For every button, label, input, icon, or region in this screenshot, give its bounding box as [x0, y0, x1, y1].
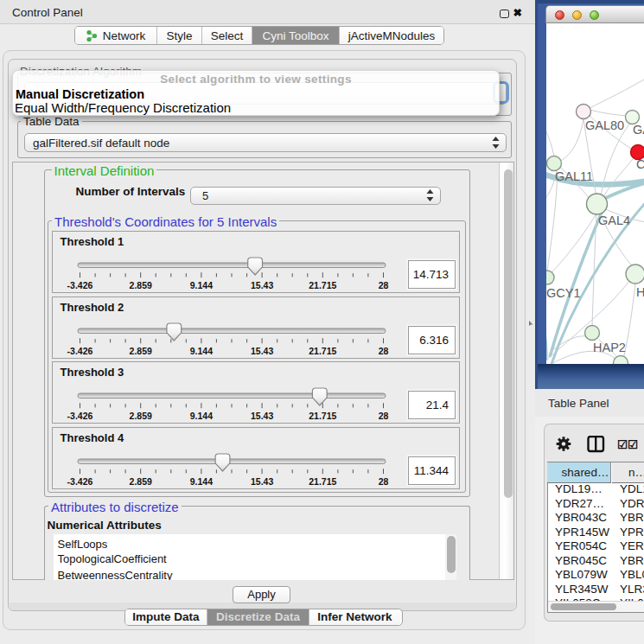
svg-text:21.715: 21.715 — [309, 411, 336, 421]
svg-text:2.859: 2.859 — [130, 280, 152, 290]
svg-text:15.43: 15.43 — [251, 411, 273, 421]
svg-text:21.715: 21.715 — [309, 476, 336, 487]
svg-text:21.715: 21.715 — [309, 346, 336, 356]
svg-text:-3.426: -3.426 — [67, 346, 93, 356]
svg-text:☑☑: ☑☑ — [617, 438, 638, 451]
svg-text:2.859: 2.859 — [130, 346, 152, 356]
svg-text:28: 28 — [379, 411, 389, 421]
svg-text:HAP2: HAP2 — [593, 341, 626, 354]
svg-text:GAL4: GAL4 — [598, 214, 630, 227]
svg-text:CAF4: CAF4 — [636, 157, 644, 171]
svg-text:28: 28 — [379, 346, 389, 356]
svg-text:21.715: 21.715 — [309, 280, 336, 290]
svg-text:9.144: 9.144 — [190, 280, 213, 290]
svg-text:9.144: 9.144 — [190, 346, 213, 356]
svg-text:-3.426: -3.426 — [67, 280, 93, 290]
svg-text:2.859: 2.859 — [130, 476, 152, 487]
svg-text:-3.426: -3.426 — [67, 411, 93, 421]
svg-text:9.144: 9.144 — [190, 476, 213, 487]
svg-text:28: 28 — [379, 476, 389, 487]
svg-text:GAL3: GAL3 — [633, 123, 644, 137]
svg-text:GAL80: GAL80 — [585, 118, 624, 132]
svg-text:28: 28 — [379, 280, 389, 290]
svg-text:GAL11: GAL11 — [555, 169, 593, 183]
svg-text:HST: HST — [636, 285, 644, 299]
svg-text:15.43: 15.43 — [251, 280, 273, 290]
svg-text:9.144: 9.144 — [190, 411, 213, 421]
svg-text:GCY1: GCY1 — [546, 286, 581, 300]
svg-text:2.859: 2.859 — [130, 411, 152, 421]
svg-text:-3.426: -3.426 — [67, 476, 93, 487]
svg-text:15.43: 15.43 — [251, 346, 273, 356]
svg-text:15.43: 15.43 — [251, 476, 273, 487]
